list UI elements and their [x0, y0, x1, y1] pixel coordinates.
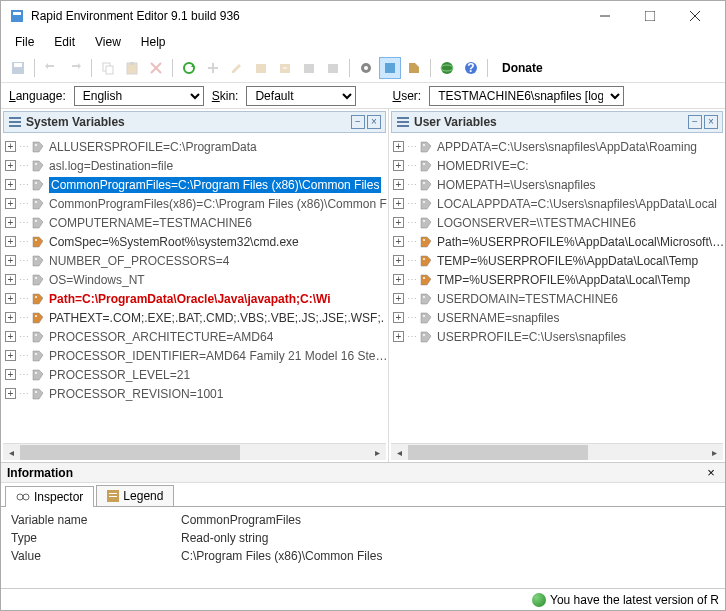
tree-row[interactable]: +⋯USERPROFILE=C:\Users\snapfiles [389, 327, 725, 346]
window-title: Rapid Environment Editor 9.1 build 936 [31, 9, 582, 23]
refresh-button[interactable] [178, 57, 200, 79]
tree-row[interactable]: +⋯LOGONSERVER=\\TESTMACHINE6 [389, 213, 725, 232]
collapse-button[interactable]: − [351, 115, 365, 129]
tree-row[interactable]: +⋯COMPUTERNAME=TESTMACHINE6 [1, 213, 388, 232]
menu-help[interactable]: Help [131, 33, 176, 51]
tree-row[interactable]: +⋯CommonProgramFiles(x86)=C:\Program Fil… [1, 194, 388, 213]
export-button[interactable] [322, 57, 344, 79]
collapse-button[interactable]: − [688, 115, 702, 129]
language-select[interactable]: English [74, 86, 204, 106]
expand-icon[interactable]: + [5, 217, 16, 228]
expand-icon[interactable]: + [5, 312, 16, 323]
restore-button[interactable] [274, 57, 296, 79]
expand-icon[interactable]: + [5, 236, 16, 247]
expand-icon[interactable]: + [393, 179, 404, 190]
close-pane-button[interactable]: × [704, 115, 718, 129]
undo-button[interactable] [40, 57, 62, 79]
expand-icon[interactable]: + [5, 274, 16, 285]
menu-edit[interactable]: Edit [44, 33, 85, 51]
tree-row[interactable]: +⋯HOMEPATH=\Users\snapfiles [389, 175, 725, 194]
tree-row[interactable]: +⋯TEMP=%USERPROFILE%\AppData\Local\Temp [389, 251, 725, 270]
tab-legend[interactable]: Legend [96, 485, 174, 506]
close-button[interactable] [672, 2, 717, 30]
tree-connector: ⋯ [407, 217, 417, 228]
tree-row[interactable]: +⋯USERDOMAIN=TESTMACHINE6 [389, 289, 725, 308]
expand-icon[interactable]: + [5, 293, 16, 304]
tree-row[interactable]: +⋯PROCESSOR_IDENTIFIER=AMD64 Family 21 M… [1, 346, 388, 365]
scroll-left-button[interactable]: ◂ [391, 445, 408, 460]
scroll-thumb[interactable] [20, 445, 240, 460]
expand-icon[interactable]: + [393, 274, 404, 285]
edit-button[interactable] [226, 57, 248, 79]
expand-icon[interactable]: + [393, 312, 404, 323]
expand-icon[interactable]: + [393, 293, 404, 304]
tree-row[interactable]: +⋯asl.log=Destination=file [1, 156, 388, 175]
tree-row[interactable]: +⋯ALLUSERSPROFILE=C:\ProgramData [1, 137, 388, 156]
copy-button[interactable] [97, 57, 119, 79]
info-close-button[interactable]: × [703, 465, 719, 480]
expand-icon[interactable]: + [5, 179, 16, 190]
import-button[interactable] [298, 57, 320, 79]
help-button[interactable]: ? [460, 57, 482, 79]
user-tree[interactable]: +⋯APPDATA=C:\Users\snapfiles\AppData\Roa… [389, 135, 725, 443]
redo-button[interactable] [64, 57, 86, 79]
paste-button[interactable] [121, 57, 143, 79]
expand-icon[interactable]: + [5, 141, 16, 152]
menu-file[interactable]: File [5, 33, 44, 51]
scroll-right-button[interactable]: ▸ [369, 445, 386, 460]
scroll-right-button[interactable]: ▸ [706, 445, 723, 460]
tree-row[interactable]: +⋯Path=%USERPROFILE%\AppData\Local\Micro… [389, 232, 725, 251]
tree-row[interactable]: +⋯CommonProgramFiles=C:\Program Files (x… [1, 175, 388, 194]
system-tree[interactable]: +⋯ALLUSERSPROFILE=C:\ProgramData+⋯asl.lo… [1, 135, 388, 443]
expand-icon[interactable]: + [5, 160, 16, 171]
tree-row[interactable]: +⋯USERNAME=snapfiles [389, 308, 725, 327]
save-button[interactable] [7, 57, 29, 79]
settings-button[interactable] [355, 57, 377, 79]
expand-icon[interactable]: + [393, 331, 404, 342]
tree-row[interactable]: +⋯APPDATA=C:\Users\snapfiles\AppData\Roa… [389, 137, 725, 156]
expand-icon[interactable]: + [5, 198, 16, 209]
add-button[interactable] [202, 57, 224, 79]
expand-icon[interactable]: + [5, 255, 16, 266]
maximize-button[interactable] [627, 2, 672, 30]
expand-icon[interactable]: + [393, 198, 404, 209]
tree-row[interactable]: +⋯TMP=%USERPROFILE%\AppData\Local\Temp [389, 270, 725, 289]
tree-row[interactable]: +⋯HOMEDRIVE=C: [389, 156, 725, 175]
svg-point-58 [423, 315, 425, 317]
backup-button[interactable] [250, 57, 272, 79]
expand-icon[interactable]: + [5, 350, 16, 361]
expand-icon[interactable]: + [393, 236, 404, 247]
tree-label: ComSpec=%SystemRoot%\system32\cmd.exe [49, 235, 299, 249]
scroll-thumb[interactable] [408, 445, 588, 460]
filter-button[interactable] [379, 57, 401, 79]
close-pane-button[interactable]: × [367, 115, 381, 129]
tree-row[interactable]: +⋯ComSpec=%SystemRoot%\system32\cmd.exe [1, 232, 388, 251]
tree-row[interactable]: +⋯LOCALAPPDATA=C:\Users\snapfiles\AppDat… [389, 194, 725, 213]
delete-button[interactable] [145, 57, 167, 79]
expand-icon[interactable]: + [393, 217, 404, 228]
expand-icon[interactable]: + [5, 388, 16, 399]
web-button[interactable] [436, 57, 458, 79]
skin-select[interactable]: Default [246, 86, 356, 106]
minimize-button[interactable] [582, 2, 627, 30]
tag-view-button[interactable] [403, 57, 425, 79]
horizontal-scrollbar[interactable]: ◂ ▸ [391, 443, 723, 460]
tree-row[interactable]: +⋯Path=C:\ProgramData\Oracle\Java\javapa… [1, 289, 388, 308]
donate-button[interactable]: Donate [493, 58, 552, 78]
horizontal-scrollbar[interactable]: ◂ ▸ [3, 443, 386, 460]
tree-row[interactable]: +⋯PROCESSOR_REVISION=1001 [1, 384, 388, 403]
user-select[interactable]: TESTMACHINE6\snapfiles [logge [429, 86, 624, 106]
tree-row[interactable]: +⋯OS=Windows_NT [1, 270, 388, 289]
scroll-left-button[interactable]: ◂ [3, 445, 20, 460]
tree-row[interactable]: +⋯PROCESSOR_ARCHITECTURE=AMD64 [1, 327, 388, 346]
expand-icon[interactable]: + [393, 141, 404, 152]
expand-icon[interactable]: + [393, 255, 404, 266]
tree-row[interactable]: +⋯NUMBER_OF_PROCESSORS=4 [1, 251, 388, 270]
menu-view[interactable]: View [85, 33, 131, 51]
tree-row[interactable]: +⋯PATHEXT=.COM;.EXE;.BAT;.CMD;.VBS;.VBE;… [1, 308, 388, 327]
expand-icon[interactable]: + [5, 331, 16, 342]
tree-row[interactable]: +⋯PROCESSOR_LEVEL=21 [1, 365, 388, 384]
tab-inspector[interactable]: Inspector [5, 486, 94, 507]
expand-icon[interactable]: + [393, 160, 404, 171]
expand-icon[interactable]: + [5, 369, 16, 380]
